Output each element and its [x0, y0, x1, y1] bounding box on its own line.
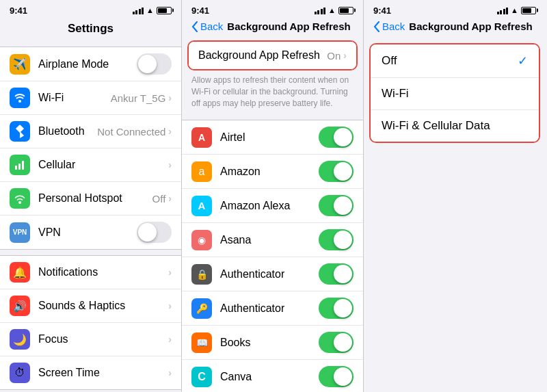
- sounds-label: Sounds & Haptics: [38, 300, 168, 312]
- screentime-chevron: ›: [168, 367, 172, 378]
- asana-toggle[interactable]: [319, 229, 353, 250]
- svg-point-4: [18, 201, 21, 204]
- wifi-status-icon-2: ▲: [328, 6, 336, 14]
- refresh-main-label: Background App Refresh: [198, 49, 327, 62]
- signal-bars-3: [497, 7, 509, 14]
- settings-list: ✈️ Airplane Mode Wi-Fi Ankur T_5G ›: [0, 41, 181, 392]
- signal-bar-3: [139, 9, 141, 14]
- cellular-item[interactable]: Cellular ›: [0, 148, 181, 182]
- option-wifi-label: Wi-Fi: [382, 87, 528, 101]
- screentime-label: Screen Time: [38, 367, 168, 379]
- status-time-1: 9:41: [10, 5, 27, 16]
- nav-header-2: Back Background App Refresh: [182, 19, 363, 38]
- status-bar-2: 9:41 ▲: [182, 0, 363, 19]
- option-wifi[interactable]: Wi-Fi: [371, 78, 539, 110]
- canva-toggle[interactable]: [319, 366, 353, 387]
- refresh-description: Allow apps to refresh their content when…: [182, 70, 363, 114]
- section-connectivity: ✈️ Airplane Mode Wi-Fi Ankur T_5G ›: [0, 47, 181, 250]
- back-button-3[interactable]: Back: [373, 21, 405, 32]
- status-icons-3: ▲: [497, 6, 536, 14]
- auth2-toggle[interactable]: [319, 298, 353, 319]
- hotspot-icon: [10, 188, 30, 209]
- bluetooth-label: Bluetooth: [38, 125, 97, 138]
- option-wificellular[interactable]: Wi-Fi & Cellular Data: [371, 110, 539, 142]
- wifi-chevron: ›: [168, 92, 172, 103]
- refresh-main-chevron: ›: [343, 50, 347, 61]
- notifications-chevron: ›: [168, 267, 172, 278]
- notifications-item[interactable]: 🔔 Notifications ›: [0, 256, 181, 289]
- sounds-item[interactable]: 🔊 Sounds & Haptics ›: [0, 289, 181, 323]
- app-list: A Airtel a Amazon A Amazon Alexa ◉ Asana: [182, 120, 363, 392]
- wifi-item[interactable]: Wi-Fi Ankur T_5G ›: [0, 81, 181, 115]
- status-time-2: 9:41: [191, 5, 209, 16]
- books-toggle[interactable]: [319, 332, 353, 353]
- screentime-item[interactable]: ⏱ Screen Time ›: [0, 356, 181, 389]
- status-icons-2: ▲: [315, 6, 353, 14]
- wifi-label: Wi-Fi: [38, 92, 111, 104]
- notifications-label: Notifications: [38, 266, 168, 278]
- app-amazon[interactable]: a Amazon: [182, 155, 363, 189]
- sounds-chevron: ›: [168, 300, 172, 311]
- auth2-label: Authenticator: [220, 302, 319, 315]
- bluetooth-icon: [10, 121, 30, 142]
- books-icon: 📖: [191, 332, 212, 353]
- section-notifications: 🔔 Notifications › 🔊 Sounds & Haptics › 🌙…: [0, 255, 181, 390]
- airplane-toggle[interactable]: [137, 53, 172, 75]
- nav-header-1: Settings: [0, 19, 181, 41]
- options-box: Off ✓ Wi-Fi Wi-Fi & Cellular Data: [369, 43, 540, 143]
- app-canva[interactable]: C Canva: [182, 360, 363, 392]
- signal-bars-1: [133, 7, 144, 14]
- option-wificellular-label: Wi-Fi & Cellular Data: [382, 119, 528, 133]
- bluetooth-value: Not Connected: [97, 126, 165, 138]
- svg-point-0: [18, 100, 21, 103]
- amazon-toggle[interactable]: [319, 161, 353, 182]
- option-off[interactable]: Off ✓: [371, 44, 539, 78]
- auth1-toggle[interactable]: [319, 263, 353, 285]
- app-auth2[interactable]: 🔑 Authenticator: [182, 291, 363, 326]
- airplane-mode-item[interactable]: ✈️ Airplane Mode: [0, 47, 181, 81]
- panel3-title: Background App Refresh: [409, 21, 532, 32]
- refresh-main-row[interactable]: Background App Refresh On ›: [189, 42, 356, 69]
- battery-icon-2: [338, 7, 353, 14]
- focus-item[interactable]: 🌙 Focus ›: [0, 323, 181, 356]
- refresh-main-value: On: [327, 50, 341, 62]
- alexa-toggle[interactable]: [319, 195, 353, 216]
- app-airtel[interactable]: A Airtel: [182, 120, 363, 155]
- vpn-item[interactable]: VPN VPN: [0, 215, 181, 249]
- focus-chevron: ›: [168, 334, 172, 345]
- back-label-2: Back: [200, 21, 223, 32]
- airtel-label: Airtel: [220, 131, 319, 144]
- focus-icon: 🌙: [10, 329, 30, 350]
- refresh-list: Background App Refresh On › Allow apps t…: [182, 38, 363, 392]
- hotspot-value: Off: [152, 193, 166, 205]
- airtel-toggle[interactable]: [319, 127, 353, 148]
- status-icons-1: ▲: [133, 6, 172, 14]
- panel1-title: Settings: [68, 22, 114, 35]
- back-button-2[interactable]: Back: [191, 21, 223, 32]
- auth2-icon: 🔑: [191, 298, 212, 319]
- nav-header-3: Back Background App Refresh: [364, 19, 546, 38]
- refresh-options-panel: 9:41 ▲ Back Background App Refresh Off ✓…: [364, 0, 546, 392]
- panel2-title: Background App Refresh: [227, 21, 350, 32]
- vpn-toggle[interactable]: [137, 222, 172, 243]
- app-alexa[interactable]: A Amazon Alexa: [182, 189, 363, 223]
- svg-rect-3: [22, 161, 24, 170]
- status-time-3: 9:41: [373, 5, 391, 16]
- books-label: Books: [220, 337, 319, 349]
- signal-bar-2: [135, 10, 137, 14]
- cellular-icon: [10, 155, 30, 175]
- app-asana[interactable]: ◉ Asana: [182, 223, 363, 257]
- bluetooth-item[interactable]: Bluetooth Not Connected ›: [0, 115, 181, 148]
- option-off-label: Off: [382, 54, 518, 68]
- status-bar-3: 9:41 ▲: [364, 0, 546, 19]
- svg-rect-1: [15, 166, 17, 170]
- signal-bar-1: [133, 12, 135, 14]
- cellular-chevron: ›: [168, 159, 172, 170]
- app-auth1[interactable]: 🔒 Authenticator: [182, 257, 363, 291]
- app-books[interactable]: 📖 Books: [182, 326, 363, 360]
- canva-label: Canva: [220, 371, 319, 383]
- canva-icon: C: [191, 367, 212, 387]
- vpn-icon: VPN: [10, 222, 30, 243]
- hotspot-item[interactable]: Personal Hotspot Off ›: [0, 182, 181, 215]
- cellular-label: Cellular: [38, 159, 168, 171]
